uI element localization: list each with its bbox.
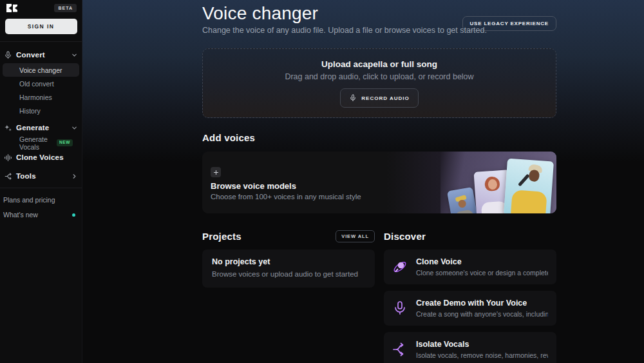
logo-glyph — [6, 4, 12, 12]
new-badge: NEW — [57, 139, 73, 147]
projects-empty-title: No projects yet — [212, 257, 365, 266]
add-voice-button[interactable] — [211, 167, 221, 177]
projects-empty-subtitle: Browse voices or upload audio to get sta… — [212, 270, 365, 278]
nav-convert-label: Convert — [16, 51, 45, 59]
microphone-icon — [4, 51, 12, 59]
waveform-icon — [4, 153, 12, 162]
chevron-down-icon — [71, 52, 78, 59]
beta-badge: BETA — [54, 4, 77, 12]
record-audio-button[interactable]: RECORD AUDIO — [340, 88, 418, 108]
person-body-shape — [511, 190, 547, 213]
nav-clone-voices-label: Clone Voices — [16, 153, 64, 161]
nav-generate-label: Generate — [16, 124, 49, 132]
voice-models-collage-image — [440, 152, 556, 213]
whats-new-label: What's new — [3, 211, 38, 219]
discover-card-title: Isolate Vocals — [416, 340, 548, 349]
discover-card-clone-voice[interactable]: Clone Voice Clone someone's voice or des… — [384, 250, 556, 284]
browse-voice-models-subtitle: Choose from 100+ voices in any musical s… — [211, 193, 361, 201]
kits-logo-icon[interactable] — [6, 4, 17, 12]
browse-voice-models-title: Browse voice models — [211, 181, 296, 191]
chevron-right-icon — [71, 173, 78, 180]
split-icon — [4, 172, 12, 181]
upload-title: Upload acapella or full song — [321, 59, 437, 69]
sidebar-item-old-convert[interactable]: Old convert — [3, 77, 79, 90]
discover-card-title: Create Demo with Your Voice — [416, 299, 548, 308]
logo-glyph — [13, 5, 17, 12]
add-voices-heading: Add voices — [202, 132, 556, 143]
main-content: USE LEGACY EXPERIENCE Voice changer Chan… — [82, 0, 644, 363]
view-all-button[interactable]: VIEW ALL — [336, 230, 375, 242]
sidebar-footer: Plans and pricing What's new — [0, 193, 82, 223]
discover-card-title: Clone Voice — [416, 257, 548, 266]
microphone-icon — [349, 94, 357, 102]
bottom-row: Projects VIEW ALL No projects yet Browse… — [202, 229, 556, 363]
discover-section: Discover Clone Voice Clone so — [384, 229, 556, 363]
projects-heading: Projects — [202, 231, 242, 242]
voice-model-card-image — [447, 187, 478, 213]
sidebar-item-history[interactable]: History — [3, 104, 79, 117]
browse-voice-models-card[interactable]: Browse voice models Choose from 100+ voi… — [202, 152, 556, 213]
nav-section-tools[interactable]: Tools — [4, 171, 78, 181]
person-head-shape — [458, 199, 467, 208]
clone-voice-icon — [392, 259, 408, 275]
isolate-split-icon — [392, 342, 408, 357]
content-column: Voice changer Change the voice of any au… — [202, 0, 556, 363]
discover-card-create-demo[interactable]: Create Demo with Your Voice Create a son… — [384, 291, 556, 326]
discover-card-subtitle: Create a song with anyone's vocals, incl… — [416, 310, 548, 318]
discover-card-isolate-vocals[interactable]: Isolate Vocals Isolate vocals, remove no… — [384, 332, 556, 363]
microphone-shape — [518, 174, 529, 187]
voice-changer-app: BETA SIGN IN Convert Voice changer Old c… — [0, 0, 644, 363]
sidebar: BETA SIGN IN Convert Voice changer Old c… — [0, 0, 82, 363]
record-audio-label: RECORD AUDIO — [361, 95, 409, 101]
discover-heading: Discover — [384, 231, 426, 242]
plus-icon — [213, 170, 219, 175]
sign-in-button[interactable]: SIGN IN — [5, 19, 77, 34]
projects-section: Projects VIEW ALL No projects yet Browse… — [202, 229, 375, 363]
whats-new-link[interactable]: What's new — [0, 208, 82, 221]
projects-empty-card: No projects yet Browse voices or upload … — [202, 250, 375, 288]
microphone-icon — [392, 300, 408, 316]
nav-section-clone-voices[interactable]: Clone Voices — [4, 152, 78, 162]
discover-card-subtitle: Isolate vocals, remove noise, harmonies,… — [416, 351, 548, 359]
discover-card-subtitle: Clone someone's voice or design a comple… — [416, 269, 548, 277]
page-subtitle: Change the voice of any audio file. Uplo… — [202, 26, 556, 35]
chevron-down-icon — [71, 124, 78, 132]
sidebar-item-harmonies[interactable]: Harmonies — [3, 90, 79, 104]
sidebar-item-voice-changer[interactable]: Voice changer — [3, 63, 79, 77]
sidebar-logo-row: BETA — [0, 0, 82, 13]
generate-vocals-label: Generate Vocals — [19, 135, 57, 151]
person-head-shape — [528, 169, 540, 182]
sidebar-divider — [0, 188, 82, 188]
page-title: Voice changer — [202, 3, 556, 24]
plans-and-pricing-link[interactable]: Plans and pricing — [0, 193, 82, 206]
nav-tools-label: Tools — [16, 172, 36, 180]
nav-section-generate[interactable]: Generate — [4, 123, 78, 133]
upload-dropzone[interactable]: Upload acapella or full song Drag and dr… — [202, 48, 556, 118]
upload-subtitle: Drag and drop audio, click to upload, or… — [285, 72, 473, 81]
sidebar-item-generate-vocals[interactable]: Generate Vocals NEW — [3, 136, 79, 150]
nav-section-convert[interactable]: Convert — [4, 50, 78, 60]
person-body-shape — [455, 209, 474, 213]
voice-model-card-image — [504, 159, 554, 213]
sparkles-icon — [4, 124, 12, 132]
notification-dot — [72, 213, 75, 217]
sidebar-nav: Convert Voice changer Old convert Harmon… — [0, 42, 82, 181]
